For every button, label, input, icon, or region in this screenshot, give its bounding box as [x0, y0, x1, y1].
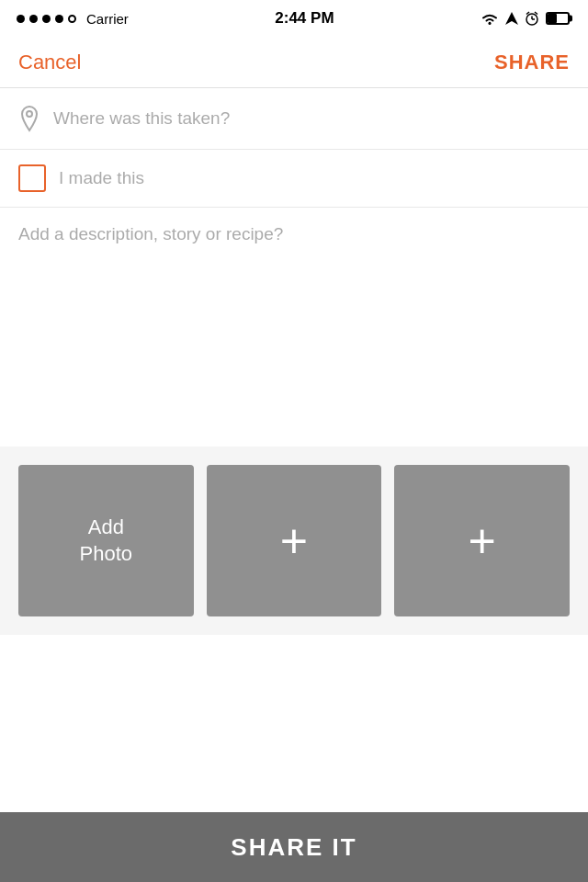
battery-icon: [546, 12, 570, 25]
status-icons: [481, 11, 571, 26]
location-placeholder: Where was this taken?: [53, 108, 230, 129]
wifi-icon: [481, 12, 499, 26]
svg-line-5: [526, 12, 529, 15]
made-this-row[interactable]: I made this: [0, 150, 588, 208]
svg-point-7: [27, 111, 32, 117]
time-display: 2:44 PM: [275, 9, 334, 28]
share-nav-button[interactable]: SHARE: [494, 51, 570, 74]
nav-bar: Cancel SHARE: [0, 37, 588, 88]
carrier-label: Carrier: [86, 11, 129, 27]
signal-dot-4: [55, 15, 63, 23]
description-input[interactable]: [18, 224, 570, 426]
add-photo-label: AddPhoto: [80, 514, 133, 567]
share-it-label: SHARE IT: [231, 833, 356, 862]
location-pin-icon: [18, 105, 40, 132]
made-this-label: I made this: [59, 168, 144, 188]
svg-point-0: [489, 22, 492, 25]
signal-dot-2: [29, 15, 38, 23]
battery-fill: [548, 14, 557, 23]
location-row[interactable]: Where was this taken?: [0, 88, 588, 150]
signal-dot-1: [17, 15, 25, 23]
alarm-icon: [525, 11, 539, 26]
location-arrow-icon: [505, 12, 518, 25]
signal-dot-3: [42, 15, 51, 23]
photos-row: AddPhoto + +: [0, 447, 588, 635]
add-photo-slot-2[interactable]: +: [207, 465, 382, 616]
signal-dot-5: [68, 15, 76, 23]
add-photo-slot-3[interactable]: +: [394, 465, 570, 616]
plus-icon-2: +: [468, 517, 495, 565]
signal-area: Carrier: [17, 11, 129, 27]
svg-marker-1: [505, 12, 518, 25]
plus-icon-1: +: [280, 517, 308, 565]
made-this-checkbox[interactable]: [18, 164, 46, 192]
share-it-button[interactable]: SHARE IT: [0, 812, 588, 882]
cancel-button[interactable]: Cancel: [18, 51, 81, 74]
status-bar: Carrier 2:44 PM: [0, 0, 588, 37]
description-area[interactable]: [0, 208, 588, 447]
add-photo-button[interactable]: AddPhoto: [18, 465, 194, 616]
svg-line-6: [535, 12, 537, 15]
